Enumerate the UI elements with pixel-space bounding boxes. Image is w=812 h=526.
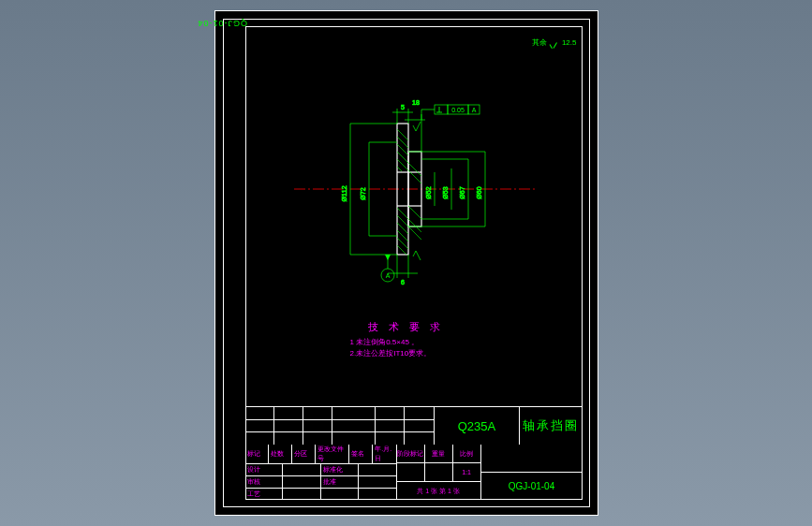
svg-line-17 xyxy=(408,206,421,219)
sheet-count: 共 1 张 第 1 张 xyxy=(397,482,480,500)
drawing-number-top: QGJ-01-04 xyxy=(197,19,247,28)
drawing-id-block: QGJ-01-04 xyxy=(481,445,583,500)
gdt-frame: 0.05 A xyxy=(421,105,480,120)
default-roughness: 其余 12.5 xyxy=(532,37,577,48)
dim-d2: Ø72 xyxy=(360,187,366,199)
scale-value: 1:1 xyxy=(453,463,480,481)
section-view: Ø112 Ø72 Ø52 Ø53 Ø67 Ø60 xyxy=(294,67,538,311)
svg-marker-48 xyxy=(385,255,391,260)
svg-line-16 xyxy=(397,245,406,255)
sig-design: 设计 xyxy=(245,464,284,475)
datum-a: A xyxy=(381,255,394,282)
sig-std: 标准化 xyxy=(321,464,360,475)
sig-approve: 批准 xyxy=(321,476,360,488)
svg-line-11 xyxy=(397,208,421,232)
drawing-number: QGJ-01-04 xyxy=(481,473,583,500)
stage-label: 阶段标记 xyxy=(397,445,425,462)
rev-head-4: 签名 xyxy=(349,445,373,463)
dim-w2: 6 xyxy=(401,279,405,285)
rev-head-0: 标记 xyxy=(245,445,269,463)
note-1: 1 未注倒角0.5×45 。 xyxy=(313,337,500,348)
dim-d4: Ø53 xyxy=(442,186,449,198)
scale-label: 比例 xyxy=(453,445,480,462)
dim-d1: Ø112 xyxy=(341,185,347,201)
datum-label: A xyxy=(385,272,390,279)
notes-title: 技 术 要 求 xyxy=(313,320,500,334)
dim-d3: Ø52 xyxy=(425,186,432,198)
signatures-block: 标记 处数 分区 更改文件号 签名 年.月.日 设计 标准化 审核 批准 xyxy=(245,445,397,500)
title-block: Q235A 轴承挡圈 标记 处数 分区 更改文件号 签名 年.月.日 设计 标准… xyxy=(245,406,583,500)
rev-head-3: 更改文件号 xyxy=(316,445,349,463)
sig-tech: 工艺 xyxy=(245,489,284,500)
surface-finish-icon xyxy=(550,38,559,48)
revision-grid: Q235A 轴承挡圈 xyxy=(245,407,583,445)
rev-head-2: 分区 xyxy=(292,445,316,463)
material-field: Q235A xyxy=(435,407,520,445)
roughness-value: 12.5 xyxy=(562,38,577,47)
drawing-viewport: Ø112 Ø72 Ø52 Ø53 Ø67 Ø60 xyxy=(253,58,579,320)
dim-w1: 5 xyxy=(401,104,405,110)
svg-line-12 xyxy=(397,215,421,240)
svg-line-10 xyxy=(397,167,402,171)
drawing-sheet: QGJ-01-04 其余 12.5 xyxy=(214,10,598,516)
roughness-label: 其余 xyxy=(532,37,547,48)
dim-w3: 18 xyxy=(412,99,420,106)
gdt-datum: A xyxy=(471,107,476,113)
part-name: 轴承挡圈 xyxy=(520,407,582,445)
sig-check: 审核 xyxy=(245,476,284,488)
title-block-main: 标记 处数 分区 更改文件号 签名 年.月.日 设计 标准化 审核 批准 xyxy=(245,445,583,500)
dim-d5: Ø67 xyxy=(459,186,465,198)
technical-requirements: 技 术 要 求 1 未注倒角0.5×45 。 2.未注公差按IT10要求。 xyxy=(313,320,500,359)
stage-block: 阶段标记 重量 比例 1:1 共 1 张 第 1 张 xyxy=(397,445,481,500)
gdt-tol: 0.05 xyxy=(451,107,465,113)
svg-line-9 xyxy=(397,159,421,183)
svg-rect-40 xyxy=(435,105,448,114)
rev-head-5: 年.月.日 xyxy=(373,445,395,463)
rev-head-1: 处数 xyxy=(269,445,292,463)
dim-d6: Ø60 xyxy=(476,186,482,198)
weight-label: 重量 xyxy=(425,445,453,462)
note-2: 2.未注公差按IT10要求。 xyxy=(313,348,500,359)
